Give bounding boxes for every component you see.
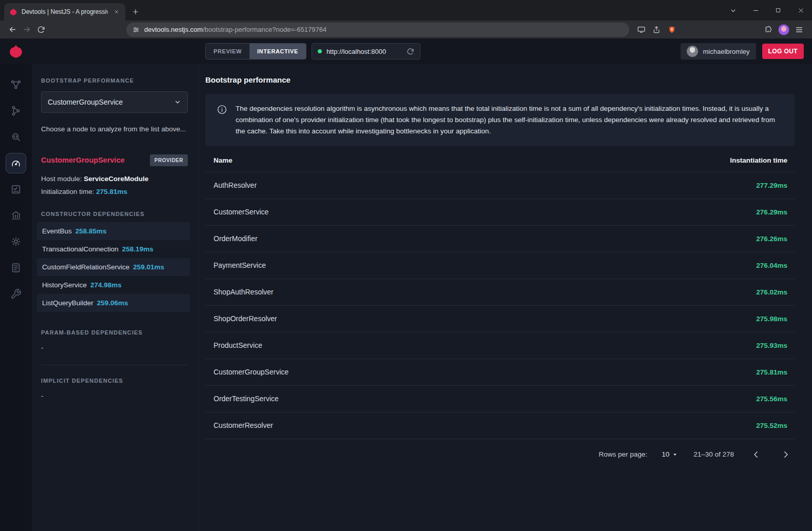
table-row[interactable]: OrderModifier 276.26ms: [205, 226, 795, 252]
init-time-value: 275.81ms: [96, 188, 127, 195]
info-banner: The dependencies resolution algorithm is…: [205, 94, 795, 146]
back-button[interactable]: [5, 23, 20, 37]
dependency-time: 258.85ms: [75, 227, 107, 235]
url-path: /bootstrap-performance?node=-65179764: [203, 26, 326, 33]
page-range: 21–30 of 278: [693, 450, 734, 458]
sidebar-item-modules[interactable]: [6, 205, 26, 226]
close-window-button[interactable]: [789, 0, 812, 21]
user-avatar: [687, 46, 698, 57]
table-row[interactable]: CustomerResolver 275.52ms: [205, 412, 795, 439]
browser-menu-icon[interactable]: [791, 23, 807, 37]
row-name: AuthResolver: [214, 181, 257, 189]
table-row[interactable]: ShopAuthResolver 276.02ms: [205, 279, 795, 306]
dependency-item[interactable]: CustomFieldRelationService 259.01ms: [37, 258, 190, 276]
dependency-item[interactable]: ListQueryBuilder 259.06ms: [37, 294, 190, 312]
tab-close-icon[interactable]: [112, 7, 121, 16]
site-info-icon[interactable]: [132, 26, 140, 33]
dependency-name: TransactionalConnection: [42, 245, 119, 253]
table-row[interactable]: AuthResolver 277.29ms: [205, 172, 795, 199]
rows-per-page-label: Rows per page:: [599, 450, 648, 458]
rows-per-page: Rows per page: 10: [599, 450, 679, 458]
reload-button[interactable]: [34, 23, 48, 37]
forward-button[interactable]: [20, 23, 34, 37]
nestjs-logo[interactable]: [0, 44, 32, 59]
share-icon[interactable]: [649, 23, 664, 37]
dependency-item[interactable]: HistoryService 274.98ms: [37, 276, 190, 294]
sidebar-item-graph[interactable]: [6, 74, 26, 95]
dependency-name: HistoryService: [42, 281, 87, 289]
address-bar[interactable]: devtools.nestjs.com/bootstrap-performanc…: [126, 23, 629, 37]
maximize-button[interactable]: [767, 0, 789, 21]
main-content: Bootstrap performance The dependencies r…: [199, 64, 812, 531]
refresh-target-icon[interactable]: [407, 48, 414, 55]
sidebar-item-docs[interactable]: [6, 258, 26, 278]
preview-tab[interactable]: PREVIEW: [206, 44, 249, 59]
row-time: 275.56ms: [756, 395, 787, 403]
minimize-button[interactable]: [744, 0, 767, 21]
init-time-row: Initialization time: 275.81ms: [41, 188, 188, 195]
node-select[interactable]: CustomerGroupService: [41, 91, 188, 113]
sidebar-item-checklist[interactable]: [6, 179, 26, 200]
row-name: OrderTestingService: [214, 395, 279, 403]
url-domain: devtools.nestjs.com: [144, 26, 203, 33]
next-page-button[interactable]: [779, 448, 792, 461]
browser-toolbar: devtools.nestjs.com/bootstrap-performanc…: [0, 21, 812, 38]
rows-per-page-select[interactable]: 10: [662, 450, 678, 458]
host-module-row: Host module: ServiceCoreModule: [41, 175, 188, 183]
user-chip[interactable]: michaelbromley: [681, 43, 756, 60]
page-controls: [749, 448, 792, 461]
browser-window: Devtools | NestJS - A progressive...: [0, 0, 812, 531]
info-text: The dependencies resolution algorithm is…: [236, 103, 783, 137]
username: michaelbromley: [703, 48, 749, 55]
row-name: CustomerResolver: [214, 421, 273, 429]
sidebar-item-tools[interactable]: [6, 284, 26, 304]
rows-per-page-value: 10: [662, 450, 669, 458]
dependency-time: 274.98ms: [90, 281, 122, 289]
table-row[interactable]: PaymentService 276.04ms: [205, 252, 795, 279]
previous-page-button[interactable]: [749, 448, 763, 461]
new-tab-button[interactable]: [128, 5, 143, 19]
table-row[interactable]: CustomerGroupService 275.81ms: [205, 359, 795, 386]
table-row[interactable]: CustomerService 276.29ms: [205, 199, 795, 226]
instantiation-table: Name Instantiation time AuthResolver 277…: [205, 146, 795, 439]
row-time: 275.93ms: [756, 342, 787, 349]
table-row[interactable]: ShopOrderResolver 275.98ms: [205, 306, 795, 332]
param-deps-empty: -: [41, 344, 188, 351]
row-name: ShopAuthResolver: [214, 288, 274, 296]
sidebar-item-routes[interactable]: [6, 101, 26, 121]
window-controls: [722, 0, 812, 21]
dependency-item[interactable]: TransactionalConnection 258.19ms: [37, 240, 190, 258]
reading-mode-icon[interactable]: [633, 23, 649, 37]
logout-button[interactable]: LOG OUT: [762, 44, 804, 59]
interactive-tab[interactable]: INTERACTIVE: [249, 44, 306, 59]
provider-badge: PROVIDER: [150, 154, 188, 166]
node-hint: Choose a node to analyze from the list a…: [41, 124, 188, 135]
implicit-deps-title: IMPLICIT DEPENDENCIES: [41, 378, 188, 384]
dependency-time: 259.06ms: [97, 299, 128, 307]
mode-controls: PREVIEW INTERACTIVE http://localhost:800…: [205, 43, 420, 60]
browser-titlebar: Devtools | NestJS - A progressive...: [0, 0, 812, 21]
dependency-item[interactable]: EventBus 258.85ms: [37, 222, 190, 240]
profile-avatar[interactable]: [776, 23, 791, 37]
sidebar-item-settings[interactable]: [6, 231, 26, 252]
tab-search-icon[interactable]: [722, 0, 744, 21]
init-time-label: Initialization time:: [41, 188, 96, 195]
table-row[interactable]: ProductService 275.93ms: [205, 332, 795, 359]
row-time: 276.29ms: [756, 208, 787, 216]
table-body: AuthResolver 277.29ms CustomerService 27…: [205, 172, 795, 439]
dependency-time: 258.19ms: [122, 245, 153, 253]
table-row[interactable]: OrderTestingService 275.56ms: [205, 386, 795, 412]
row-name: PaymentService: [214, 261, 266, 269]
sidebar-item-code-search[interactable]: [6, 127, 26, 147]
status-dot: [318, 49, 322, 53]
sidebar-item-performance[interactable]: [6, 153, 26, 173]
row-time: 277.29ms: [756, 182, 787, 189]
target-url-box[interactable]: http://localhost:8000: [312, 43, 420, 60]
row-time: 275.98ms: [756, 315, 787, 323]
extensions-icon[interactable]: [761, 23, 776, 37]
constructor-dependency-list: EventBus 258.85ms TransactionalConnectio…: [37, 222, 190, 312]
row-name: OrderModifier: [214, 234, 258, 243]
brave-shield-icon[interactable]: [664, 23, 680, 37]
browser-tab[interactable]: Devtools | NestJS - A progressive...: [4, 3, 125, 21]
dependency-name: EventBus: [42, 227, 72, 235]
